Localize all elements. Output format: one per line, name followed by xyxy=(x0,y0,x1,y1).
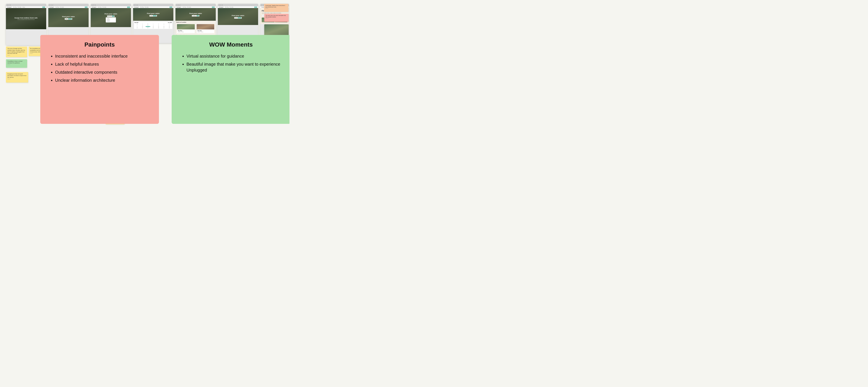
listing-card-1[interactable]: The Pine 2 guests · London xyxy=(177,24,195,33)
right-sticky-2: The same note is the same description th… xyxy=(264,14,289,22)
painpoints-panel: Painpoints Inconsistent and inaccessible… xyxy=(40,35,159,124)
frame2-hero: Find your cabin xyxy=(62,16,75,17)
frame4-calendar[interactable]: May 2022June 2022 MTWTFSS 2345678 910111… xyxy=(134,21,173,29)
pain-item-3: Outdated interactive components xyxy=(55,69,151,75)
canvas: Unplugged Our Story Find cabin Cabins Bo… xyxy=(0,0,289,129)
wow-panel: WOW Moments Virtual assistance for guida… xyxy=(172,35,289,124)
frame1-hero-sub: simple comfortable retreats without the … xyxy=(14,19,38,20)
sticky-label-4: Feature 4 xyxy=(7,79,27,80)
pain-item-2: Lack of helpful features xyxy=(55,61,151,67)
frame6-hero: Find your cabin xyxy=(231,14,244,16)
frame4-hero: Find your cabin xyxy=(147,12,160,14)
right-sticky-1: Overthought. Together these words flow i… xyxy=(264,4,288,12)
frame3-search[interactable]: Where When Go xyxy=(107,15,115,17)
wow-item-1: Virtual assistance for guidance xyxy=(186,53,282,59)
wow-list: Virtual assistance for guidance Beautifu… xyxy=(180,53,282,73)
listing-card-2[interactable]: The Oak 4 guests · Sussex xyxy=(197,24,214,33)
sticky-left-4: Engaging prompt and good description of … xyxy=(6,72,28,82)
sticky-label-3: Feature 3 xyxy=(7,65,26,65)
frame2-search[interactable]: Where, when, how many Search xyxy=(65,18,72,20)
painpoints-list: Inconsistent and inaccessible interface … xyxy=(49,53,151,83)
painpoints-title: Painpoints xyxy=(49,41,151,48)
wow-item-2: Beautiful image that make you want to ex… xyxy=(186,61,282,73)
wow-title: WOW Moments xyxy=(180,41,282,48)
frame5-search[interactable]: Search cabins Go xyxy=(192,15,199,16)
nav-logo: Unplugged xyxy=(7,7,11,8)
frame4-search[interactable]: Location Search xyxy=(149,15,157,16)
escape-sub: Comfortable retreats, escape-ready accom… xyxy=(262,12,287,13)
frame6-search[interactable]: London · Jun · 2 Search xyxy=(234,17,242,19)
pain-item-4: Unclear information architecture xyxy=(55,77,151,83)
right-photo-1 xyxy=(264,24,289,36)
sticky-left-3: Possibility to have a virtual assistant … xyxy=(6,59,27,68)
frame3-hero: Find your cabin xyxy=(104,13,117,15)
frame5-listing-title: North of London xyxy=(176,22,215,23)
frame1-hero-text: Escape from endless Zoom calls xyxy=(14,17,38,19)
sticky-left-1: The use of image and the website helps v… xyxy=(6,46,27,57)
pain-item-1: Inconsistent and inaccessible interface xyxy=(55,53,151,59)
frame5-hero: Find your cabin xyxy=(189,12,202,14)
frame3-dropdown: London Yorkshire Scotland xyxy=(106,17,116,23)
sticky-label-1: Feature 1 xyxy=(7,55,26,56)
